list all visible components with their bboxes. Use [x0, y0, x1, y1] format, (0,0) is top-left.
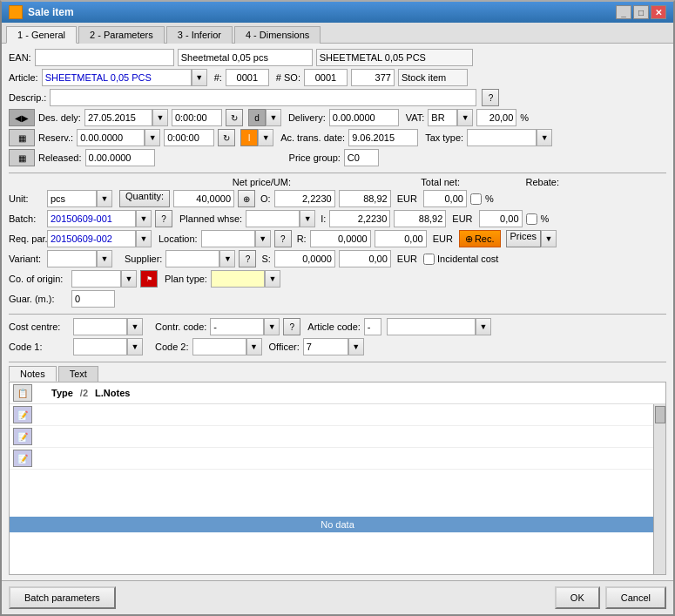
- batch-input[interactable]: [47, 210, 136, 227]
- officer-input[interactable]: [303, 338, 348, 355]
- vat-pct-input[interactable]: [476, 109, 516, 126]
- prices-btn[interactable]: Prices: [506, 230, 542, 247]
- vat-dropdown[interactable]: ▼: [457, 109, 473, 126]
- location-dropdown[interactable]: ▼: [255, 230, 271, 247]
- location-input[interactable]: [201, 230, 255, 247]
- tab-notes[interactable]: Notes: [9, 366, 57, 382]
- tab-parameters[interactable]: 2 - Parameters: [78, 26, 165, 44]
- cost-centre-dropdown[interactable]: ▼: [127, 318, 143, 335]
- i-net-input[interactable]: [329, 210, 390, 227]
- plan-type-dropdown[interactable]: ▼: [265, 270, 280, 288]
- reserv-i-btn[interactable]: I: [240, 129, 258, 146]
- unit-dropdown[interactable]: ▼: [97, 190, 112, 207]
- ean-text1-input[interactable]: [178, 49, 313, 66]
- ok-button[interactable]: OK: [555, 586, 600, 609]
- tab-dimensions[interactable]: 4 - Dimensions: [234, 26, 321, 44]
- reserv-i-dropdown[interactable]: ▼: [258, 129, 273, 146]
- price-group-input[interactable]: [344, 149, 379, 166]
- supplier-input[interactable]: [165, 250, 219, 267]
- contr-code-dropdown[interactable]: ▼: [264, 318, 280, 335]
- s-total-input[interactable]: [339, 250, 391, 267]
- reserv-refresh-btn[interactable]: ↻: [218, 129, 235, 146]
- batch-help-btn[interactable]: ?: [155, 210, 172, 227]
- req-par-input[interactable]: [47, 230, 136, 247]
- released-icon-btn[interactable]: ▦: [9, 149, 35, 166]
- article-dropdown-btn[interactable]: ▼: [192, 69, 207, 86]
- des-dely-date-input[interactable]: [84, 109, 152, 126]
- contr-code-help[interactable]: ?: [283, 318, 300, 335]
- unit-input[interactable]: [47, 190, 97, 207]
- vat-input[interactable]: [428, 109, 457, 126]
- so-qty-input[interactable]: [351, 69, 395, 86]
- notes-add-btn[interactable]: 📋: [13, 384, 32, 402]
- reserv-time-input[interactable]: [164, 129, 214, 146]
- tab-inferior[interactable]: 3 - Inferior: [166, 26, 233, 44]
- ean-input[interactable]: [35, 49, 174, 66]
- minimize-button[interactable]: _: [616, 5, 631, 19]
- released-input[interactable]: [85, 149, 155, 166]
- incidental-cost-check[interactable]: [423, 254, 435, 265]
- maximize-button[interactable]: □: [633, 5, 649, 19]
- article-input[interactable]: [42, 69, 192, 86]
- o-total-input[interactable]: [339, 190, 391, 207]
- des-dely-d-dropdown[interactable]: ▼: [266, 109, 281, 126]
- notes-row-btn3[interactable]: 📝: [13, 450, 32, 467]
- article-code-input[interactable]: [387, 318, 476, 335]
- batch-dropdown[interactable]: ▼: [136, 210, 152, 227]
- code2-input[interactable]: [192, 338, 246, 355]
- plan-type-input[interactable]: [211, 270, 265, 288]
- r-total-input[interactable]: [375, 230, 427, 247]
- o-net-input[interactable]: [274, 190, 335, 207]
- ac-trans-date-input[interactable]: [348, 129, 418, 146]
- planned-whse-input[interactable]: [246, 210, 300, 227]
- supplier-dropdown[interactable]: ▼: [219, 250, 235, 267]
- close-button[interactable]: ✕: [651, 5, 666, 19]
- batch-params-button[interactable]: Batch parameters: [9, 586, 116, 609]
- i-rebate-check[interactable]: [526, 213, 537, 225]
- scrollbar-vertical[interactable]: [653, 404, 665, 574]
- o-rebate-check[interactable]: [470, 193, 482, 205]
- quantity-input[interactable]: [173, 190, 234, 207]
- variant-input[interactable]: [47, 250, 97, 267]
- cost-centre-input[interactable]: [73, 318, 127, 335]
- code1-dropdown[interactable]: ▼: [127, 338, 143, 355]
- rec-btn[interactable]: ⊕ Rec.: [459, 230, 501, 247]
- supplier-help-btn[interactable]: ?: [239, 250, 256, 267]
- o-rebate-input[interactable]: [423, 190, 467, 207]
- variant-dropdown[interactable]: ▼: [97, 250, 112, 267]
- quantity-icon[interactable]: ⊕: [238, 190, 255, 207]
- tab-general[interactable]: 1 - General: [6, 26, 77, 44]
- reserv-date-dropdown[interactable]: ▼: [145, 129, 160, 146]
- article-code-dropdown[interactable]: ▼: [476, 318, 491, 335]
- so-input[interactable]: [304, 69, 348, 86]
- article-num-input[interactable]: [226, 69, 269, 86]
- reserv-date-input[interactable]: [77, 129, 145, 146]
- des-dely-d-btn[interactable]: d: [248, 109, 266, 126]
- co-origin-input[interactable]: [71, 270, 121, 288]
- co-origin-dropdown[interactable]: ▼: [121, 270, 137, 288]
- req-par-dropdown[interactable]: ▼: [136, 230, 152, 247]
- des-dely-time-input[interactable]: [172, 109, 222, 126]
- location-help-btn[interactable]: ?: [274, 230, 292, 247]
- reserv-icon-btn[interactable]: ▦: [9, 129, 35, 146]
- i-total-input[interactable]: [394, 210, 446, 227]
- planned-whse-dropdown[interactable]: ▼: [300, 210, 315, 227]
- tab-text[interactable]: Text: [58, 366, 98, 382]
- guar-input[interactable]: [71, 290, 115, 308]
- descrip-help-btn[interactable]: ?: [482, 89, 499, 106]
- ean-text2-input[interactable]: [316, 49, 473, 66]
- notes-row-btn1[interactable]: 📝: [13, 406, 32, 423]
- tax-type-input[interactable]: [467, 129, 537, 146]
- r-net-input[interactable]: [310, 230, 371, 247]
- officer-dropdown[interactable]: ▼: [348, 338, 364, 355]
- scroll-thumb[interactable]: [655, 406, 665, 423]
- des-dely-date-dropdown[interactable]: ▼: [152, 109, 168, 126]
- tax-type-dropdown[interactable]: ▼: [537, 129, 552, 146]
- i-rebate-input[interactable]: [479, 210, 523, 227]
- prices-dropdown[interactable]: ▼: [541, 230, 557, 247]
- code2-dropdown[interactable]: ▼: [246, 338, 262, 355]
- quantity-btn[interactable]: Quantity:: [119, 190, 170, 207]
- cancel-button[interactable]: Cancel: [605, 586, 666, 609]
- descrip-input[interactable]: [50, 89, 476, 106]
- s-net-input[interactable]: [274, 250, 335, 267]
